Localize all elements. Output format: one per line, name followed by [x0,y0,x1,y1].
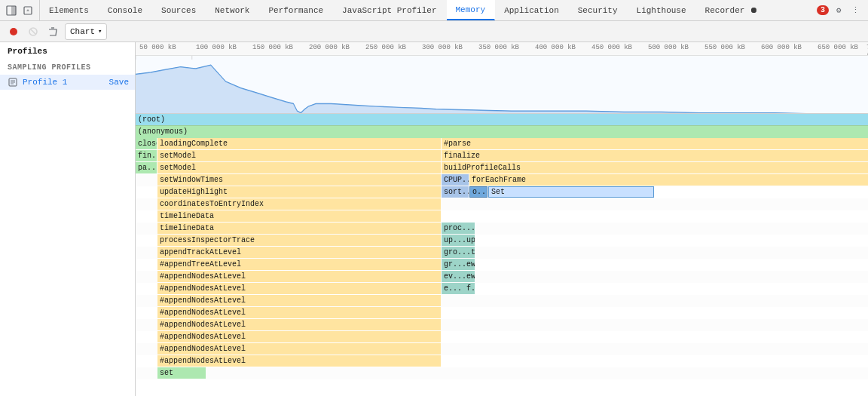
flame-cell[interactable]: #parse [442,138,868,149]
flame-cell[interactable]: #appendNodesAtLevel [157,307,441,318]
table-row[interactable]: #appendNodesAtLevel e... f...r [136,283,868,295]
flame-cell[interactable]: setModel [157,150,441,161]
tab-sources[interactable]: Sources [152,0,206,20]
flame-cell[interactable]: e... f...r [442,283,475,294]
flame-cell[interactable]: #appendNodesAtLevel [157,355,441,367]
flame-cell[interactable]: #appendNodesAtLevel [157,343,441,355]
more-btn[interactable]: ⋮ [848,4,862,17]
table-row[interactable]: (root) [136,114,868,126]
flame-cell[interactable]: appendTrackAtLevel [157,247,441,258]
content-area: 50 000 kB 100 000 kB 150 000 kB 200 000 … [136,42,868,396]
devtools-icons [0,0,40,20]
flame-cell[interactable]: #appendNodesAtLevel [157,295,441,306]
table-row[interactable]: timelineData proc...ata [136,223,868,235]
table-row[interactable]: updateHighlight sort...ples o...k Set [136,186,868,198]
table-row[interactable]: #appendTreeAtLevel gr...ew [136,259,868,271]
table-row[interactable]: #appendNodesAtLevel [136,319,868,331]
tab-recorder[interactable]: Recorder ⏺ [696,0,768,20]
nav-tabs: Elements Console Sources Network Perform… [40,0,811,20]
tab-network[interactable]: Network [206,0,259,20]
table-row[interactable]: #appendNodesAtLevel ev...ew [136,271,868,283]
chevron-down-icon: ▾ [98,27,102,35]
flame-cell-set[interactable]: set [157,367,206,379]
flame-cell[interactable]: coordinatesToEntryIndex [157,198,441,210]
table-row[interactable]: fin...ce setModel finalize [136,150,868,162]
sidebar-item-profile1[interactable]: Profile 1 Save [0,75,135,90]
flame-cell[interactable]: updateHighlight [157,186,441,198]
flame-chart[interactable]: (root) (anonymous) close loadingComplete… [136,114,868,396]
flame-cell[interactable]: gr...ew [442,259,475,270]
flame-cell[interactable]: fin...ce [136,150,157,161]
flame-chart-inner: (root) (anonymous) close loadingComplete… [136,114,868,385]
chart-container: 50 000 kB 100 000 kB 150 000 kB 200 000 … [136,42,868,114]
settings-btn[interactable]: ⚙ [832,4,845,17]
nav-right: 3 ⚙ ⋮ [811,4,868,17]
tab-memory[interactable]: Memory [447,0,496,20]
table-row[interactable]: appendTrackAtLevel gro...ts [136,247,868,259]
tab-console[interactable]: Console [99,0,152,20]
flame-cell-anon[interactable]: (anonymous) [136,126,868,137]
memory-chart[interactable] [136,56,868,114]
sidebar-section-title: SAMPLING PROFILES [0,60,135,75]
flame-cell[interactable]: sort...ples [442,186,469,198]
table-row[interactable]: (anonymous) [136,126,868,138]
flame-cell[interactable]: proc...ata [442,223,475,234]
flame-cell[interactable]: setWindowTimes [157,174,441,186]
error-badge: 3 [817,5,829,15]
profile1-label: Profile 1 [23,78,67,87]
flame-cell[interactable]: finalize [442,150,868,161]
flame-cell[interactable]: timelineData [157,210,441,222]
devtools-cursor-btn[interactable] [21,4,35,17]
flame-cell[interactable]: #appendNodesAtLevel [157,331,441,342]
table-row[interactable]: close loadingComplete #parse [136,138,868,150]
table-row[interactable]: #appendNodesAtLevel [136,355,868,367]
flame-cell[interactable]: loadingComplete [157,138,441,149]
chart-select[interactable]: Chart ▾ [65,23,107,40]
tab-application[interactable]: Application [495,0,569,20]
flame-cell[interactable]: gro...ts [442,247,475,258]
clear-btn[interactable] [45,24,60,39]
flame-cell[interactable]: buildProfileCalls [442,162,868,173]
flame-cell[interactable]: forEachFrame [469,174,868,186]
sidebar-profiles-header: Profiles [0,42,135,60]
flame-cell[interactable]: CPUP...del [442,174,469,186]
main-layout: Profiles SAMPLING PROFILES Profile 1 Sav… [0,42,868,396]
flame-cell[interactable]: #appendNodesAtLevel [157,319,441,330]
top-nav: Elements Console Sources Network Perform… [0,0,868,21]
flame-cell-root[interactable]: (root) [136,114,868,125]
tab-js-profiler[interactable]: JavaScript Profiler [333,0,446,20]
svg-line-5 [31,29,35,34]
table-row[interactable]: pa...at setModel buildProfileCalls [136,162,868,174]
flame-cell-selected[interactable]: o...k [469,186,487,198]
table-row[interactable]: set [136,367,868,379]
flame-cell[interactable]: ev...ew [442,271,475,282]
table-row[interactable]: coordinatesToEntryIndex [136,198,868,210]
tab-lighthouse[interactable]: Lighthouse [628,0,696,20]
tab-security[interactable]: Security [569,0,628,20]
record-btn[interactable] [6,24,21,39]
flame-cell[interactable]: processInspectorTrace [157,235,441,246]
save-link[interactable]: Save [109,78,129,87]
profile-icon [8,77,18,87]
table-row[interactable]: setWindowTimes CPUP...del forEachFrame [136,174,868,186]
flame-cell[interactable]: close [136,138,157,149]
flame-cell[interactable]: pa...at [136,162,157,173]
flame-cell[interactable]: timelineData [157,223,441,234]
table-row[interactable]: #appendNodesAtLevel [136,331,868,343]
stop-btn[interactable] [26,24,41,39]
tab-performance[interactable]: Performance [259,0,333,20]
table-row[interactable]: processInspectorTrace up...up [136,235,868,247]
table-row[interactable]: #appendNodesAtLevel [136,295,868,307]
flame-cell[interactable]: #appendNodesAtLevel [157,283,441,294]
flame-cell[interactable]: up...up [442,235,475,246]
tab-elements[interactable]: Elements [40,0,99,20]
flame-cell[interactable]: #appendTreeAtLevel [157,259,441,270]
flame-cell-highlight[interactable]: Set [488,186,654,198]
flame-cell[interactable]: setModel [157,162,441,173]
table-row[interactable]: #appendNodesAtLevel [136,307,868,319]
devtools-dock-btn[interactable] [5,4,18,17]
table-row[interactable]: timelineData [136,210,868,223]
top-ruler: 50 000 kB 100 000 kB 150 000 kB 200 000 … [136,42,868,56]
table-row[interactable]: #appendNodesAtLevel [136,343,868,355]
flame-cell[interactable]: #appendNodesAtLevel [157,271,441,282]
